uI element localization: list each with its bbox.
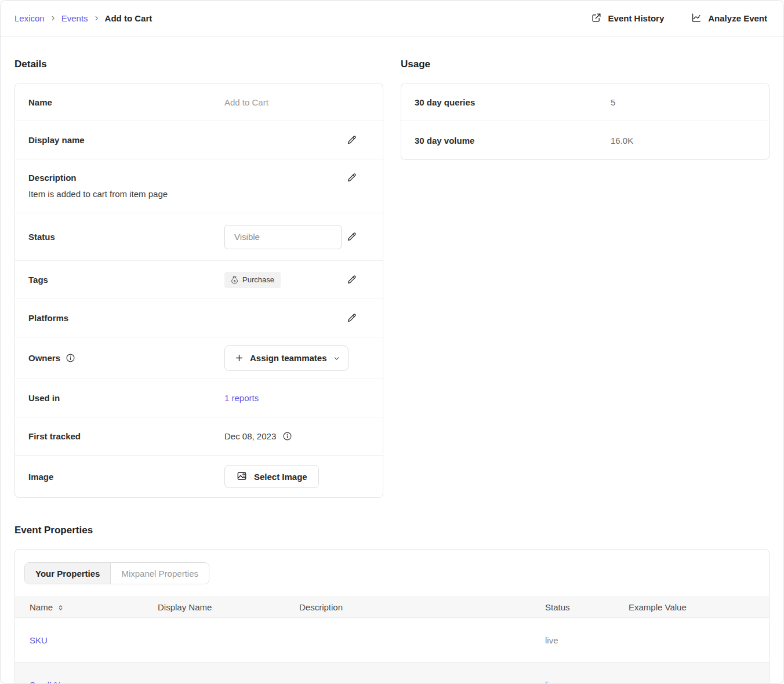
detail-row-used-in: Used in 1 reports — [15, 379, 383, 417]
property-status: live — [545, 680, 629, 684]
table-row[interactable]: SKU live — [15, 618, 769, 663]
column-header-example-value: Example Value — [629, 602, 769, 612]
first-tracked-label: First tracked — [28, 431, 224, 441]
queries-label: 30 day queries — [415, 97, 611, 107]
owners-label: Owners — [28, 353, 60, 363]
status-label: Status — [28, 232, 224, 242]
external-link-icon — [591, 12, 602, 25]
detail-row-description: Description Item is added to cart from i… — [15, 159, 383, 213]
plus-icon — [234, 353, 244, 363]
volume-label: 30 day volume — [415, 136, 611, 145]
sort-icon[interactable] — [57, 603, 64, 611]
info-icon[interactable] — [66, 353, 75, 363]
column-header-display-name: Display Name — [158, 602, 299, 612]
lexicon-event-detail-page: Lexicon Events Add to Cart Event History — [0, 0, 784, 684]
assign-teammates-label: Assign teammates — [250, 353, 327, 363]
name-value: Add to Cart — [224, 97, 383, 107]
image-label: Image — [28, 472, 224, 482]
assign-teammates-button[interactable]: Assign teammates — [224, 345, 349, 371]
table-row[interactable]: Scroll % live — [15, 663, 769, 684]
event-history-label: Event History — [608, 13, 665, 23]
chevron-right-icon — [50, 15, 56, 21]
edit-pencil-icon[interactable] — [346, 134, 357, 145]
name-label: Name — [28, 97, 224, 107]
column-header-status: Status — [545, 602, 629, 612]
edit-pencil-icon[interactable] — [346, 312, 357, 323]
event-properties-card: Your Properties Mixpanel Properties Name… — [14, 549, 770, 684]
select-image-label: Select Image — [254, 472, 307, 482]
usage-card: 30 day queries 5 30 day volume 16.0K — [401, 83, 770, 160]
edit-pencil-icon[interactable] — [346, 231, 357, 242]
edit-pencil-icon[interactable] — [346, 172, 357, 183]
event-properties-title: Event Properties — [14, 525, 770, 536]
edit-pencil-icon[interactable] — [346, 274, 357, 285]
properties-table: Name Display Name Description Status Exa… — [15, 596, 769, 684]
tab-your-properties[interactable]: Your Properties — [25, 563, 111, 584]
column-header-name[interactable]: Name — [15, 602, 158, 612]
analyze-event-label: Analyze Event — [708, 13, 767, 23]
usage-title: Usage — [401, 59, 770, 70]
tag-chip-purchase[interactable]: $ Purchase — [224, 272, 281, 288]
detail-row-display-name: Display name — [15, 121, 383, 159]
first-tracked-value: Dec 08, 2023 — [224, 431, 276, 441]
detail-row-status: Status Visible — [15, 213, 383, 261]
image-icon — [236, 470, 248, 483]
queries-value: 5 — [611, 97, 769, 107]
detail-row-first-tracked: First tracked Dec 08, 2023 — [15, 417, 383, 456]
detail-row-platforms: Platforms — [15, 299, 383, 337]
detail-row-owners: Owners Assign teammates — [15, 337, 383, 379]
name-column-label: Name — [30, 602, 53, 612]
usage-row-volume: 30 day volume 16.0K — [401, 121, 769, 159]
event-history-button[interactable]: Event History — [591, 12, 665, 25]
analyze-event-button[interactable]: Analyze Event — [691, 12, 767, 25]
chevron-right-icon — [93, 15, 100, 21]
usage-row-queries: 30 day queries 5 — [401, 83, 769, 121]
description-label: Description — [28, 173, 346, 183]
column-header-description: Description — [299, 602, 545, 612]
details-section: Details Name Add to Cart Display name — [14, 59, 383, 498]
details-title: Details — [14, 59, 383, 70]
detail-row-image: Image Select Image — [15, 456, 383, 497]
volume-value: 16.0K — [611, 136, 769, 145]
detail-row-name: Name Add to Cart — [15, 83, 383, 121]
display-name-label: Display name — [28, 135, 224, 145]
tags-label: Tags — [28, 275, 224, 285]
used-in-label: Used in — [28, 393, 224, 403]
top-bar: Lexicon Events Add to Cart Event History — [1, 1, 783, 37]
tag-label: Purchase — [242, 275, 274, 284]
line-chart-icon — [691, 12, 702, 25]
event-properties-section: Event Properties Your Properties Mixpane… — [14, 525, 770, 684]
details-card: Name Add to Cart Display name Descriptio… — [14, 83, 383, 498]
description-value: Item is added to cart from item page — [28, 189, 383, 199]
chevron-down-icon — [333, 354, 340, 362]
properties-table-header: Name Display Name Description Status Exa… — [15, 596, 769, 618]
status-select[interactable]: Visible — [224, 225, 342, 249]
breadcrumb: Lexicon Events Add to Cart — [14, 13, 152, 23]
property-link-scroll[interactable]: Scroll % — [30, 680, 61, 684]
breadcrumb-current-event: Add to Cart — [105, 13, 153, 23]
money-bag-icon: $ — [231, 275, 238, 285]
breadcrumb-events[interactable]: Events — [61, 13, 88, 23]
info-icon[interactable] — [282, 431, 292, 441]
usage-section: Usage 30 day queries 5 30 day volume 16.… — [401, 59, 770, 498]
svg-text:$: $ — [234, 278, 236, 282]
breadcrumb-lexicon[interactable]: Lexicon — [14, 13, 45, 23]
properties-tabs: Your Properties Mixpanel Properties — [24, 562, 209, 584]
property-status: live — [545, 635, 629, 645]
top-bar-actions: Event History Analyze Event — [591, 12, 767, 25]
platforms-label: Platforms — [28, 313, 224, 323]
main-content: Details Name Add to Cart Display name — [1, 37, 783, 684]
tab-mixpanel-properties[interactable]: Mixpanel Properties — [111, 563, 209, 584]
detail-row-tags: Tags $ Purchase — [15, 261, 383, 299]
select-image-button[interactable]: Select Image — [224, 465, 319, 488]
used-in-reports-link[interactable]: 1 reports — [224, 393, 259, 403]
property-link-sku[interactable]: SKU — [30, 635, 48, 645]
